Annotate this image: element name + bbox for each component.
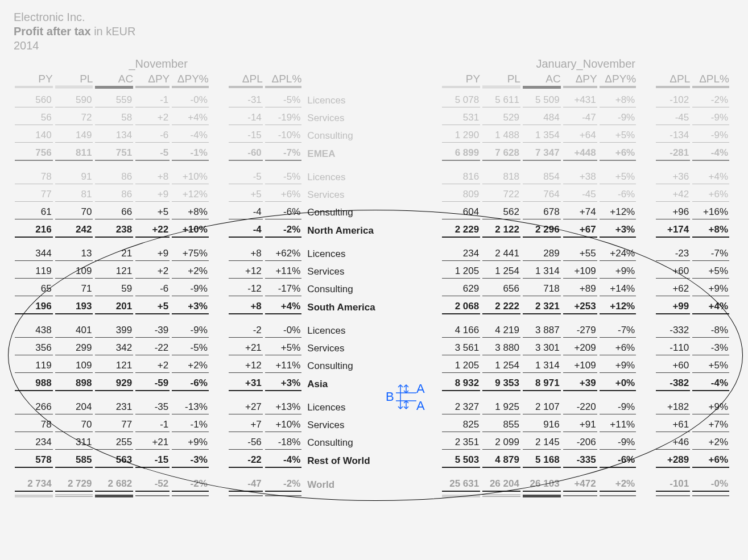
table-cell: +96: [656, 206, 690, 219]
table-cell: -206: [563, 437, 597, 450]
table-cell: -6%: [600, 454, 637, 468]
table-cell: +5%: [600, 130, 637, 143]
table-cell: -47: [563, 112, 597, 125]
table-cell: 61: [15, 206, 53, 219]
col-ac-l: AC: [94, 72, 134, 85]
table-cell: +5%: [692, 266, 729, 279]
table-cell: -19%: [265, 112, 302, 125]
col-dpyp-l: ΔPY%: [171, 72, 210, 85]
table-cell: -9%: [172, 283, 209, 296]
table-cell: 590: [55, 94, 93, 107]
table-cell: 238: [95, 224, 133, 238]
table-cell: +12%: [600, 301, 637, 314]
table-cell: +109: [563, 266, 597, 279]
table-cell: 266: [15, 401, 53, 414]
table-cell: 2 321: [523, 301, 561, 314]
table-cell: +74: [563, 206, 597, 219]
table-cell: +10%: [172, 224, 209, 238]
row-label: Licences: [307, 172, 422, 184]
table-cell: -9%: [600, 401, 637, 414]
table-cell: 2 327: [442, 401, 480, 414]
table-cell: -56: [229, 437, 263, 450]
company-name: Electronic Inc.: [14, 11, 85, 23]
table-cell: 56: [15, 112, 53, 125]
row-label: Asia: [307, 379, 422, 391]
table-cell: +99: [656, 301, 690, 314]
table-cell: 563: [95, 454, 133, 468]
table-cell: -4%: [172, 130, 209, 143]
table-cell: 86: [95, 189, 133, 202]
table-cell: +448: [563, 147, 597, 161]
table-cell: +4%: [265, 301, 302, 314]
table-cell: 811: [55, 147, 93, 161]
table-cell: -60: [229, 147, 263, 161]
col-pl-l: PL: [54, 72, 94, 85]
table-cell: +10%: [265, 419, 302, 432]
report-table-wrap: _November January_November PY PL AC ΔPY …: [14, 57, 734, 497]
table-cell: +24%: [600, 248, 637, 261]
table-cell: +13%: [265, 401, 302, 414]
table-cell: +61: [656, 419, 690, 432]
table-cell: +9: [135, 248, 170, 261]
table-cell: 121: [95, 360, 133, 373]
table-cell: +2%: [692, 437, 729, 450]
table-cell: +11%: [265, 360, 302, 373]
table-cell: +64: [563, 130, 597, 143]
row-label: Services: [307, 420, 422, 432]
table-cell: 3 880: [482, 342, 520, 355]
table-cell: 2 729: [55, 478, 93, 492]
table-cell: -6: [135, 130, 170, 143]
table-cell: 5 078: [442, 94, 480, 107]
table-cell: 119: [15, 266, 53, 279]
table-cell: -7%: [692, 248, 729, 261]
table-cell: -332: [656, 325, 690, 338]
table-cell: 401: [55, 325, 93, 338]
title-block: Electronic Inc. Profit after tax in kEUR…: [14, 10, 734, 53]
table-cell: -335: [563, 454, 597, 468]
table-cell: +89: [563, 283, 597, 296]
table-cell: 718: [523, 283, 561, 296]
table-cell: 4 219: [482, 325, 520, 338]
table-cell: 91: [55, 171, 93, 184]
table-cell: 5 611: [482, 94, 520, 107]
table-cell: 59: [95, 283, 133, 296]
row-label: Licences: [307, 325, 422, 338]
table-cell: 916: [523, 419, 561, 432]
table-cell: 678: [523, 206, 561, 219]
table-cell: 109: [55, 266, 93, 279]
table-cell: +75%: [172, 248, 209, 261]
col-dplp-l: ΔPL%: [264, 72, 303, 85]
table-cell: 751: [95, 147, 133, 161]
table-cell: +60: [656, 360, 690, 373]
table-cell: 289: [523, 248, 561, 261]
table-cell: +21: [229, 342, 263, 355]
table-cell: -5: [135, 147, 170, 161]
table-cell: +12: [229, 266, 263, 279]
table-cell: +5: [135, 206, 170, 219]
table-cell: 1 254: [482, 266, 520, 279]
table-cell: +91: [563, 419, 597, 432]
table-cell: 2 229: [442, 224, 480, 238]
table-cell: +2: [135, 112, 170, 125]
table-cell: -18%: [265, 437, 302, 450]
table-cell: 585: [55, 454, 93, 468]
row-label: Consulting: [307, 207, 422, 219]
table-cell: 70: [55, 206, 93, 219]
table-cell: +39: [563, 378, 597, 391]
table-cell: 201: [95, 301, 133, 314]
table-cell: 3 561: [442, 342, 480, 355]
table-cell: -1: [135, 94, 170, 107]
period-left: _November: [14, 57, 303, 72]
col-py-l: PY: [14, 72, 54, 85]
table-cell: 119: [15, 360, 53, 373]
table-cell: -0%: [172, 94, 209, 107]
table-cell: 9 353: [482, 378, 520, 391]
table-cell: +38: [563, 171, 597, 184]
table-cell: 7 628: [482, 147, 520, 161]
table-cell: 255: [95, 437, 133, 450]
table-cell: -6%: [172, 378, 209, 391]
table-cell: 2 682: [95, 478, 133, 492]
table-cell: +7%: [692, 419, 729, 432]
table-cell: -4: [229, 206, 263, 219]
table-cell: 988: [15, 378, 53, 391]
